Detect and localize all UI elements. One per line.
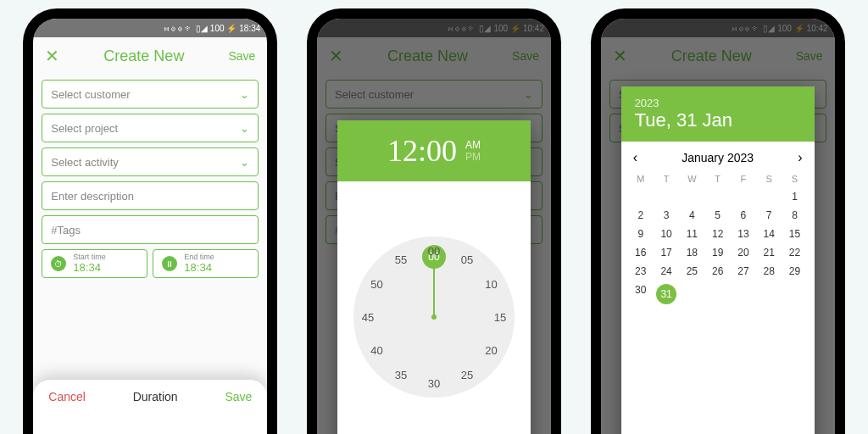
clock-number[interactable]: 35: [391, 368, 411, 381]
calendar-day: [731, 284, 756, 304]
calendar-day: [756, 191, 782, 203]
calendar-day[interactable]: 1: [782, 191, 807, 203]
clock-number[interactable]: 20: [481, 344, 502, 357]
chevron-down-icon: ⌄: [240, 156, 249, 169]
dow-header: T: [654, 174, 679, 184]
clock-icon: ⏱: [51, 256, 66, 271]
calendar-header: 2023 Tue, 31 Jan: [621, 86, 815, 142]
calendar-day[interactable]: 6: [731, 209, 756, 221]
calendar-day[interactable]: 23: [628, 265, 654, 277]
calendar-day[interactable]: 29: [782, 265, 807, 277]
pm-toggle[interactable]: PM: [465, 151, 481, 163]
status-clock: 18:34: [239, 24, 260, 33]
status-signal: ▯◢: [196, 24, 208, 33]
cancel-button[interactable]: Cancel: [48, 390, 86, 403]
calendar-day: [731, 191, 756, 203]
clock-number[interactable]: 15: [490, 311, 510, 324]
dow-header: S: [756, 174, 782, 184]
select-activity[interactable]: Select activity⌄: [42, 147, 259, 176]
phone-calendar: ⋈ ⊘ ⊚ ᯤ ▯◢ 100 ⚡ 10:42 ✕ Create New Save…: [591, 8, 845, 434]
calendar-day[interactable]: 4: [679, 209, 704, 221]
calendar-day[interactable]: 10: [654, 228, 679, 240]
save-button[interactable]: Save: [225, 390, 252, 403]
select-project[interactable]: Select project⌄: [42, 114, 259, 142]
calendar-day: [782, 284, 807, 304]
sheet-title: Duration: [133, 390, 178, 403]
calendar-day: [679, 191, 704, 203]
description-field[interactable]: Enter description: [42, 181, 259, 210]
calendar-day[interactable]: 27: [731, 265, 756, 277]
calendar-day[interactable]: 19: [704, 247, 730, 259]
end-time-field[interactable]: ⏸ End time18:34: [153, 249, 259, 278]
calendar-day[interactable]: 11: [679, 228, 704, 240]
calendar-day: [756, 284, 782, 304]
calendar-day[interactable]: 12: [704, 228, 730, 240]
page-title: Create New: [103, 47, 184, 65]
am-toggle[interactable]: AM: [465, 139, 481, 151]
clock-number[interactable]: 30: [424, 377, 444, 390]
calendar-day[interactable]: 2: [628, 209, 654, 221]
calendar-day[interactable]: 15: [782, 228, 807, 240]
dow-header: W: [679, 174, 704, 184]
save-button[interactable]: Save: [228, 49, 255, 63]
calendar-day[interactable]: 16: [628, 247, 654, 259]
dow-header: T: [704, 174, 730, 184]
phone-duration: ⋈ ⊘ ⊚ ᯤ ▯◢ 100 ⚡ 18:34 ✕ Create New Save…: [23, 8, 277, 434]
clock-number[interactable]: 50: [366, 278, 387, 291]
calendar-day[interactable]: 9: [628, 228, 654, 240]
calendar-day[interactable]: 20: [731, 247, 756, 259]
chevron-down-icon: ⌄: [240, 122, 249, 135]
calendar-day[interactable]: 21: [756, 247, 782, 259]
clock-icon: ⏸: [162, 256, 177, 271]
clock-number[interactable]: 10: [481, 278, 502, 291]
duration-sheet: Cancel Duration Save 0 HR 0 MIN: [33, 380, 267, 434]
calendar-day: [628, 191, 654, 203]
tags-field[interactable]: #Tags: [42, 215, 259, 244]
status-battery: 100 ⚡: [210, 24, 236, 33]
start-time-field[interactable]: ⏱ Start time18:34: [42, 249, 147, 278]
calendar-day[interactable]: 25: [679, 265, 704, 277]
close-icon[interactable]: ✕: [45, 46, 59, 66]
clock-face[interactable]: 00 000510152025303540455055: [337, 181, 531, 434]
calendar-day[interactable]: 22: [782, 247, 807, 259]
calendar-day: [704, 284, 730, 304]
dow-header: F: [731, 174, 756, 184]
duration-dial[interactable]: 0 HR 0 MIN: [33, 414, 267, 434]
calendar-day[interactable]: 5: [704, 209, 730, 221]
month-label[interactable]: January 2023: [682, 151, 754, 164]
time-picker: 12:00 AM PM 00 000510152025303540455055 …: [337, 120, 531, 434]
clock-number[interactable]: 25: [457, 368, 477, 381]
clock-number[interactable]: 00: [424, 245, 444, 258]
screen: ⋈ ⊘ ⊚ ᯤ ▯◢ 100 ⚡ 10:42 ✕ Create New Save…: [601, 19, 835, 434]
status-icons: ⋈ ⊘ ⊚ ᯤ: [164, 24, 192, 33]
calendar-day: [654, 191, 679, 203]
year-label[interactable]: 2023: [635, 97, 801, 109]
calendar-day[interactable]: 7: [756, 209, 782, 221]
calendar-day[interactable]: 30: [628, 284, 654, 304]
next-month-icon[interactable]: ›: [798, 150, 802, 165]
calendar-day[interactable]: 14: [756, 228, 782, 240]
calendar-day[interactable]: 18: [679, 247, 704, 259]
calendar-day[interactable]: 8: [782, 209, 807, 221]
calendar-grid: MTWTFSS123456789101112131415161718192021…: [621, 174, 815, 304]
clock-number[interactable]: 45: [358, 311, 378, 324]
calendar-day[interactable]: 3: [654, 209, 679, 221]
date-picker: 2023 Tue, 31 Jan ‹ January 2023 › MTWTFS…: [621, 86, 815, 434]
calendar-day[interactable]: 13: [731, 228, 756, 240]
time-display[interactable]: 12:00: [387, 133, 457, 169]
calendar-day: [679, 284, 704, 304]
clock-number[interactable]: 55: [391, 253, 411, 266]
dow-header: S: [782, 174, 807, 184]
calendar-day[interactable]: 17: [654, 247, 679, 259]
clock-number[interactable]: 05: [457, 253, 477, 266]
calendar-day: [704, 191, 730, 203]
screen: ⋈ ⊘ ⊚ ᯤ ▯◢ 100 ⚡ 18:34 ✕ Create New Save…: [33, 19, 267, 434]
chevron-down-icon: ⌄: [240, 88, 249, 101]
clock-number[interactable]: 40: [366, 344, 387, 357]
calendar-day[interactable]: 31: [654, 284, 679, 304]
calendar-day[interactable]: 26: [704, 265, 730, 277]
select-customer[interactable]: Select customer⌄: [42, 80, 259, 108]
calendar-day[interactable]: 24: [654, 265, 679, 277]
calendar-day[interactable]: 28: [756, 265, 782, 277]
prev-month-icon[interactable]: ‹: [633, 150, 637, 165]
